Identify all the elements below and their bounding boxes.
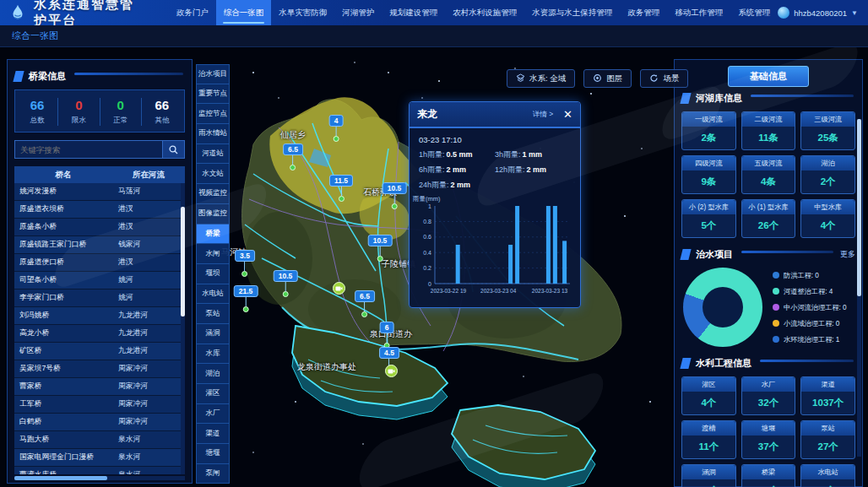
layer-item-泵站[interactable]: 泵站 [196, 304, 230, 324]
rain-badge[interactable]: 6.5 [355, 287, 375, 317]
rain-badge[interactable]: 10.5 [368, 231, 393, 262]
layer-item-塘堰[interactable]: 塘堰 [196, 444, 230, 464]
layer-item-重要节点[interactable]: 重要节点 [196, 84, 230, 105]
svg-text:1: 1 [428, 203, 431, 209]
table-row[interactable]: 高龙小桥九龙港河 [14, 325, 185, 343]
layer-item-治水项目[interactable]: 治水项目 [196, 64, 230, 84]
river-name-cell: 周家冲河 [110, 399, 185, 409]
close-icon[interactable]: ✕ [563, 109, 572, 120]
rain-badge[interactable]: 3.5 [235, 246, 255, 277]
table-row[interactable]: 国家电网理金门口漫桥泉水河 [14, 449, 185, 467]
table-row[interactable]: 吴家坝7号桥周家冲河 [14, 360, 185, 378]
table-row[interactable]: 工军桥周家冲河 [14, 396, 185, 414]
legend-item-3: 小流域治理工程: 0 [773, 319, 855, 328]
rain-badge[interactable]: 11.5 [329, 171, 353, 202]
extruded-district-southeast[interactable] [452, 405, 595, 487]
legend-label: 防洪工程: 0 [784, 271, 819, 280]
projects-section-title: 治水项目 [696, 248, 733, 261]
map-control-2[interactable]: 场景 [640, 69, 688, 88]
breadcrumb[interactable]: 综合一张图 [12, 30, 58, 42]
layer-item-灌区[interactable]: 灌区 [196, 384, 230, 404]
layer-item-涵洞[interactable]: 涵洞 [196, 324, 230, 344]
bridge-name-cell: 曹湾水库桥 [14, 470, 110, 474]
rain-badge-value: 10.5 [368, 235, 393, 246]
nav-item-8[interactable]: 移动工作管理 [667, 0, 730, 25]
layer-item-水闸[interactable]: 水闸 [196, 244, 230, 264]
station-dot-icon [242, 306, 248, 312]
layer-item-雨水情站[interactable]: 雨水情站 [196, 124, 230, 144]
river-name-cell: 姚河 [110, 293, 185, 303]
layer-item-堰坝[interactable]: 堰坝 [196, 264, 230, 284]
card-value: 2个 [801, 176, 854, 188]
popup-details-link[interactable]: 详情 > [533, 110, 553, 120]
layer-item-湖泊[interactable]: 湖泊 [196, 364, 230, 384]
map-control-1[interactable]: 图层 [583, 69, 632, 88]
table-row[interactable]: 马跑大桥泉水河 [14, 431, 185, 449]
rain-badge[interactable]: 4 [329, 111, 344, 142]
table-header: 桥名 所在河流 [14, 166, 185, 183]
table-row[interactable]: 原盛道便口桥港汊 [14, 254, 185, 272]
layer-item-桥梁[interactable]: 桥梁 [196, 225, 230, 245]
layer-item-泵闸[interactable]: 泵闸 [196, 464, 230, 484]
table-row[interactable]: 曹家桥周家冲河 [14, 378, 185, 396]
stat-value: 66 [142, 98, 182, 112]
nav-item-2[interactable]: 水旱灾害防御 [271, 0, 334, 25]
table-row[interactable]: 李学家门口桥姚河 [14, 289, 185, 307]
rain-badge[interactable]: 21.5 [234, 282, 258, 312]
basic-info-button[interactable]: 基础信息 [728, 66, 809, 87]
legend-label: 中小河流治理工程: 0 [784, 303, 847, 312]
nav-item-7[interactable]: 政务管理 [620, 0, 667, 25]
card-label: 水厂 [742, 377, 795, 392]
horizontal-scrollbar[interactable] [14, 476, 185, 480]
table-scrollbar[interactable] [181, 183, 185, 474]
layer-item-水库[interactable]: 水库 [196, 344, 230, 365]
station-dot-icon [282, 291, 288, 297]
camera-marker-icon[interactable] [333, 282, 345, 295]
layer-item-水文站[interactable]: 水文站 [196, 164, 230, 184]
layer-item-水电站[interactable]: 水电站 [196, 284, 230, 305]
table-row[interactable]: 矿区桥九龙港河 [14, 343, 185, 360]
nav-item-5[interactable]: 农村水利设施管理 [445, 0, 524, 25]
search-button[interactable] [163, 140, 185, 159]
table-row[interactable]: 原盛条小桥港汊 [14, 219, 185, 236]
table-row[interactable]: 原盛道衣坝桥港汊 [14, 201, 185, 219]
table-row[interactable]: 司望条小桥姚河 [14, 272, 185, 289]
table-row[interactable]: 刘冯姚桥九龙港河 [14, 307, 185, 325]
layer-item-视频监控[interactable]: 视频监控 [196, 184, 230, 204]
rain-badge[interactable]: 6.5 [283, 140, 303, 170]
layer-menu: 治水项目重要节点监控节点雨水情站河道站水文站视频监控图像监控桥梁水闸堰坝水电站泵… [196, 64, 230, 487]
table-row[interactable]: 曹湾水库桥泉水河 [14, 467, 185, 474]
card-value: 27个 [801, 441, 854, 453]
section-chip-icon [680, 358, 691, 369]
table-row[interactable]: 原盛镇路王家门口桥钱家河 [14, 236, 185, 254]
camera-marker-icon[interactable] [385, 365, 398, 377]
map-control-0[interactable]: 水系: 全域 [507, 69, 575, 88]
table-row[interactable]: 姚河发漫桥马荡河 [14, 183, 185, 201]
layer-item-渠道[interactable]: 渠道 [196, 424, 230, 444]
layer-item-水厂[interactable]: 水厂 [196, 404, 230, 425]
card-label: 四级河流 [682, 156, 735, 170]
nav-item-4[interactable]: 规划建设管理 [382, 0, 445, 25]
user-menu[interactable]: hhzb42080201 ▼ [778, 7, 858, 19]
nav-item-0[interactable]: 政务门户 [169, 0, 216, 25]
nav-item-3[interactable]: 河湖管护 [334, 0, 382, 25]
nav-item-9[interactable]: 系统管理 [730, 0, 778, 25]
layer-item-监控节点[interactable]: 监控节点 [196, 104, 230, 124]
layer-item-河道站[interactable]: 河道站 [196, 144, 230, 165]
layer-item-图像监控[interactable]: 图像监控 [196, 204, 230, 225]
app-title: 水系连通智慧管护平台 [34, 0, 147, 29]
svg-text:雨量(mm): 雨量(mm) [412, 195, 441, 203]
rain-badge[interactable]: 10.5 [274, 267, 298, 297]
table-row[interactable]: 白鹤桥周家冲河 [14, 414, 185, 431]
right-panel-scrollbar[interactable] [857, 119, 861, 457]
stat-总数: 66总数 [17, 98, 58, 126]
projects-more-link[interactable]: 更多 [840, 249, 855, 260]
search-input[interactable] [14, 140, 163, 159]
rain-badge[interactable]: 10.5 [382, 179, 407, 209]
legend-dot-icon [773, 288, 779, 295]
rain-badge-value: 4 [329, 115, 344, 127]
town-label: 仙居乡 [280, 129, 306, 141]
nav-item-6[interactable]: 水资源与水土保持管理 [524, 0, 620, 25]
legend-label: 水环境治理工程: 1 [784, 335, 839, 344]
nav-item-1[interactable]: 综合一张图 [216, 0, 272, 25]
